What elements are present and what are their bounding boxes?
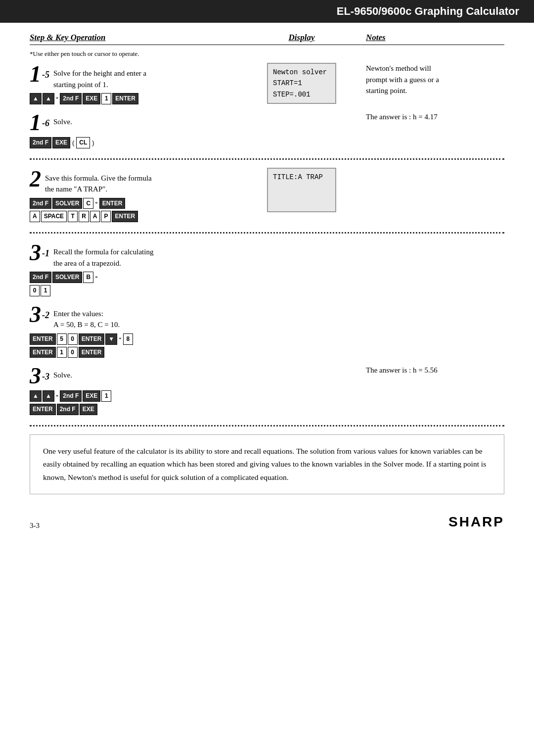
- key-a-2: A: [90, 211, 100, 222]
- step-3-3: 3 -3 Solve. ▲ ▲ * 2nd F EXE 1 ENTER 2nd …: [30, 365, 504, 417]
- star-1: *: [55, 95, 59, 101]
- step-1-5-sub: -5: [42, 70, 49, 80]
- lcd-2: TITLE:A TRAP: [267, 168, 336, 212]
- divider-3: [30, 425, 504, 426]
- key-exe-3: EXE: [83, 390, 100, 402]
- step-1-6-left: 1 -6 Solve. 2nd F EXE ( CL ): [30, 111, 237, 150]
- step-3-2-keys-row2: ENTER 1 0 ENTER: [30, 347, 237, 358]
- step-3-2-text: Enter the values:A = 50, B = 8, C = 10.: [53, 308, 120, 331]
- key-up-arrow-2: ▲: [43, 93, 54, 104]
- header-title: EL-9650/9600c Graphing Calculator: [337, 5, 519, 17]
- key-2ndf-5: 2nd F: [60, 390, 82, 402]
- step-3-3-keys-row1: ▲ ▲ * 2nd F EXE 1: [30, 390, 237, 402]
- key-down-arrow: ▼: [105, 333, 117, 345]
- lcd-1-5: Newton solverSTART=1STEP=.001: [267, 63, 336, 104]
- key-r: R: [79, 211, 89, 222]
- step-1-5-display: Newton solverSTART=1STEP=.001: [237, 63, 366, 104]
- key-enter-4: ENTER: [30, 333, 56, 345]
- step-3-1-keys-row1: 2nd F SOLVER B *: [30, 272, 237, 283]
- step-3-2: 3 -2 Enter the values:A = 50, B = 8, C =…: [30, 303, 504, 360]
- key-solver-1: SOLVER: [52, 198, 82, 209]
- step-3-2-sub: -2: [42, 310, 49, 321]
- key-enter-2: ENTER: [99, 198, 126, 209]
- open-paren-1: (: [71, 139, 75, 146]
- key-1-3: 1: [57, 347, 67, 358]
- page-header: EL-9650/9600c Graphing Calculator: [0, 0, 534, 23]
- key-8: 8: [123, 333, 133, 345]
- step-1-5-text: Solve for the height and enter astarting…: [53, 68, 146, 90]
- step-2: 2 Save this formula. Give the formulathe…: [30, 168, 504, 225]
- key-up-2: ▲: [43, 390, 54, 402]
- step-3-1-left: 3 -1 Recall the formula for calculatingt…: [30, 241, 237, 298]
- divider-2: [30, 232, 504, 234]
- key-2ndf-6: 2nd F: [57, 404, 79, 415]
- star-2: *: [94, 200, 98, 206]
- star-4: *: [118, 336, 122, 342]
- key-enter-6: ENTER: [30, 347, 56, 358]
- step-3-2-keys-row1: ENTER 5 0 ENTER ▼ * 8: [30, 333, 237, 345]
- key-solver-2: SOLVER: [52, 272, 82, 283]
- column-headers: Step & Key Operation Display Notes: [30, 33, 504, 45]
- step-3-3-left: 3 -3 Solve. ▲ ▲ * 2nd F EXE 1 ENTER 2nd …: [30, 365, 237, 417]
- key-1-1: 1: [101, 93, 111, 104]
- close-paren-1: ): [91, 139, 95, 146]
- step-1-5-notes: Newton's method willprompt with a guess …: [366, 63, 504, 96]
- step-2-num: 2 Save this formula. Give the formulathe…: [30, 168, 237, 195]
- step-1-5-left: 1 -5 Solve for the height and enter asta…: [30, 63, 237, 106]
- step-1-6-sub: -6: [42, 118, 49, 129]
- step-3-1: 3 -1 Recall the formula for calculatingt…: [30, 241, 504, 298]
- col-header-display: Display: [237, 33, 366, 43]
- step-2-big: 2: [30, 168, 41, 190]
- step-3-3-big: 3: [30, 365, 41, 387]
- key-t: T: [68, 211, 78, 222]
- step-2-left: 2 Save this formula. Give the formulathe…: [30, 168, 237, 225]
- key-1-4: 1: [101, 390, 111, 402]
- step-3-2-left: 3 -2 Enter the values:A = 50, B = 8, C =…: [30, 303, 237, 360]
- key-space: SPACE: [41, 211, 67, 222]
- key-exe-4: EXE: [80, 404, 97, 415]
- main-content: Step & Key Operation Display Notes *Use …: [0, 23, 534, 504]
- step-1-6-keys: 2nd F EXE ( CL ): [30, 137, 237, 148]
- step-1-6-big: 1: [30, 111, 41, 134]
- step-3-1-big: 3: [30, 241, 41, 264]
- step-1-6-notes: The answer is : h = 4.17: [366, 111, 504, 123]
- step-1-6-num: 1 -6 Solve.: [30, 111, 237, 134]
- step-2-text: Save this formula. Give the formulathe n…: [45, 173, 152, 195]
- key-2ndf-1: 2nd F: [60, 93, 82, 104]
- key-enter-7: ENTER: [79, 347, 105, 358]
- col-header-notes: Notes: [366, 33, 504, 43]
- key-enter-5: ENTER: [79, 333, 105, 345]
- key-0-2: 0: [68, 333, 78, 345]
- step-3-1-keys-row2: 0 1: [30, 285, 237, 296]
- step-1-5-keys: ▲ ▲ * 2nd F EXE 1 ENTER: [30, 93, 237, 104]
- step-2-display: TITLE:A TRAP: [237, 168, 366, 212]
- star-5: *: [55, 393, 59, 399]
- divider-1: [30, 158, 504, 160]
- key-enter-3: ENTER: [112, 211, 138, 222]
- step-1-5-big: 1: [30, 63, 41, 86]
- step-3-2-big: 3: [30, 303, 41, 326]
- key-up-1: ▲: [30, 390, 42, 402]
- summary-box: One very useful feature of the calculato…: [30, 434, 504, 494]
- step-3-3-text: Solve.: [53, 370, 72, 381]
- key-p: P: [101, 211, 111, 222]
- key-cl: CL: [76, 137, 90, 148]
- step-1-6: 1 -6 Solve. 2nd F EXE ( CL ) The answer …: [30, 111, 504, 150]
- step-3-2-num: 3 -2 Enter the values:A = 50, B = 8, C =…: [30, 303, 237, 331]
- step-1-5-num: 1 -5 Solve for the height and enter asta…: [30, 63, 237, 90]
- page-number: 3-3: [30, 521, 40, 530]
- footnote: *Use either pen touch or cursor to opera…: [30, 50, 504, 58]
- col-header-step: Step & Key Operation: [30, 33, 237, 43]
- key-up-arrow-1: ▲: [30, 93, 42, 104]
- step-3-1-sub: -1: [42, 248, 49, 259]
- summary-text: One very useful feature of the calculato…: [43, 447, 486, 481]
- step-1-6-text: Solve.: [53, 116, 72, 128]
- step-3-3-notes: The answer is : h = 5.56: [366, 365, 504, 376]
- key-5: 5: [57, 333, 67, 345]
- key-1-2: 1: [41, 285, 50, 296]
- step-3-1-text: Recall the formula for calculatingthe ar…: [53, 246, 153, 269]
- key-2ndf-3: 2nd F: [30, 198, 51, 209]
- key-b: B: [83, 272, 93, 283]
- step-1-5: 1 -5 Solve for the height and enter asta…: [30, 63, 504, 106]
- page-footer: 3-3 SHARP: [0, 509, 534, 535]
